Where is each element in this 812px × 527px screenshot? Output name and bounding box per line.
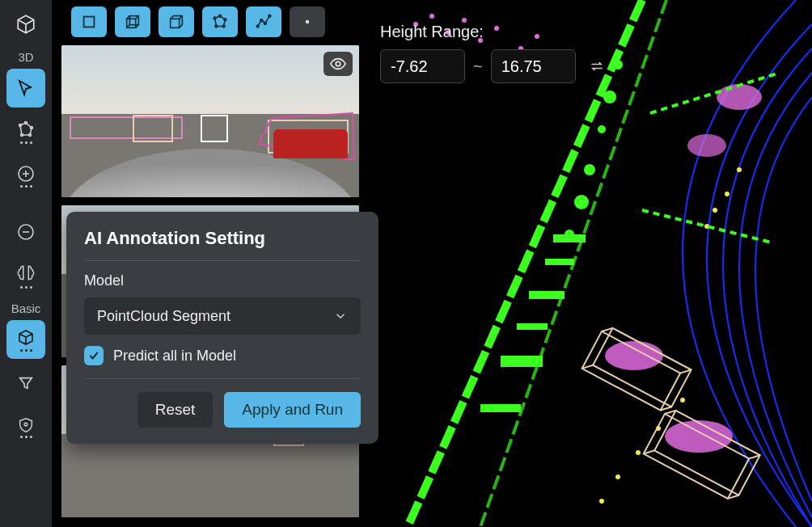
svg-rect-57 [84,17,95,27]
ai-annotation-modal: AI Annotation Setting Model PointCloud S… [66,212,379,444]
mode-label: 3D [18,50,33,64]
bbox-white[interactable] [201,115,228,142]
svg-point-4 [584,164,595,175]
svg-rect-9 [529,291,565,299]
camera-front[interactable] [61,45,359,197]
svg-rect-10 [517,323,548,330]
model-select-value: PointCloud Segment [97,308,230,325]
svg-point-67 [219,15,222,17]
svg-point-29 [725,192,730,196]
tilde-separator: ~ [473,57,483,76]
svg-point-31 [605,341,663,370]
svg-point-2 [603,91,616,103]
svg-rect-11 [501,356,543,367]
predict-all-label: Predict all in Model [113,348,236,365]
visibility-icon[interactable] [324,52,353,76]
svg-point-22 [599,499,604,504]
apply-run-button[interactable]: Apply and Run [224,392,361,428]
height-min-input[interactable] [380,49,465,83]
svg-point-30 [737,167,742,172]
more-tool[interactable] [290,6,325,37]
svg-point-3 [598,125,606,133]
svg-point-33 [717,84,762,110]
svg-rect-7 [553,234,586,242]
cube-alt-tool[interactable] [159,6,194,37]
modal-title: AI Annotation Setting [84,228,361,249]
svg-point-32 [665,420,733,453]
svg-point-72 [260,19,263,22]
polyline-tool[interactable] [246,6,281,37]
reset-button[interactable]: Reset [137,392,214,428]
svg-rect-8 [545,259,574,265]
svg-point-34 [687,134,726,157]
sidebar: 3D Basic [0,0,52,527]
predict-all-checkbox[interactable] [84,346,104,365]
shape-toolbar [71,6,325,37]
svg-point-14 [429,14,434,19]
model-field-label: Model [84,272,361,289]
svg-point-26 [680,398,685,403]
polygon-tool[interactable] [6,112,45,151]
chevron-down-icon [333,309,348,323]
swap-icon[interactable] [584,53,610,79]
svg-point-28 [713,208,717,213]
filter-tool[interactable] [6,364,45,403]
svg-point-70 [215,25,218,27]
svg-point-5 [574,195,589,209]
svg-point-75 [306,20,309,23]
height-range-control: Height Range: ~ [380,23,610,83]
svg-rect-12 [480,404,521,412]
svg-point-66 [214,17,216,19]
basic-cube-tool[interactable] [6,320,45,359]
svg-rect-64 [171,19,180,27]
svg-point-74 [269,15,271,17]
cube-logo-icon[interactable] [6,5,45,44]
svg-point-69 [222,25,225,27]
subtract-tool[interactable] [6,213,45,251]
add-tool[interactable] [6,156,45,195]
bbox-tan[interactable] [133,115,173,142]
model-select[interactable]: PointCloud Segment [84,297,361,335]
rect-2d-tool[interactable] [71,6,107,37]
cube-3d-tool[interactable] [115,6,150,37]
ai-brain-tool[interactable] [6,256,45,295]
svg-point-73 [264,22,266,24]
svg-point-24 [636,450,641,455]
svg-point-23 [615,474,620,479]
poly-3d-tool[interactable] [202,6,238,37]
svg-point-68 [224,19,226,21]
shield-tool[interactable] [6,407,45,446]
pointer-tool[interactable] [6,69,45,108]
svg-point-56 [24,423,27,426]
height-range-label: Height Range: [380,23,610,41]
height-max-input[interactable] [491,49,576,83]
group-label: Basic [11,301,41,315]
svg-point-76 [336,61,340,66]
svg-point-71 [256,25,259,27]
svg-point-1 [613,60,623,70]
